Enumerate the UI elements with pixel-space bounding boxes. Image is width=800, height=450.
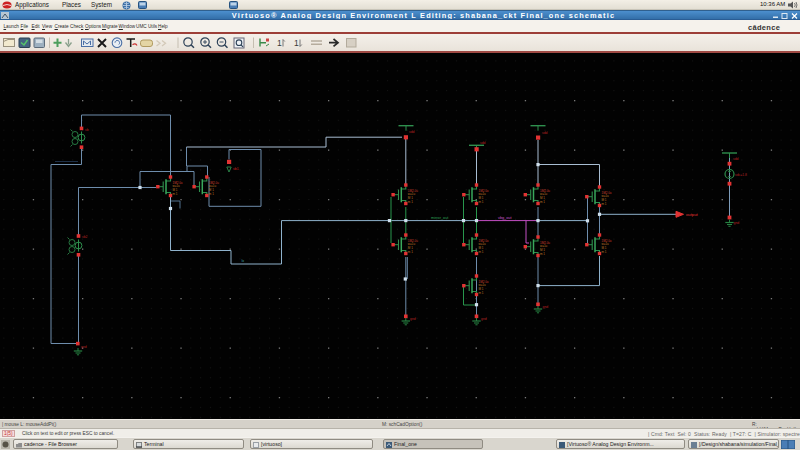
svg-text:m 1: m 1 <box>540 252 545 256</box>
svg-text:lx: lx <box>242 259 245 263</box>
svg-text:gnd: gnd <box>543 305 549 309</box>
svg-text:vdd: vdd <box>480 141 486 145</box>
svg-text:vbg_out: vbg_out <box>498 216 512 220</box>
svg-text:vb2: vb2 <box>82 235 88 239</box>
svg-text:m 1: m 1 <box>479 250 484 254</box>
svg-text:m 1: m 1 <box>173 192 178 196</box>
svg-text:1: 1 <box>277 38 282 48</box>
svg-text:vb1: vb1 <box>233 167 239 171</box>
svg-text:m 1: m 1 <box>408 250 413 254</box>
svg-text:vb: vb <box>85 128 89 132</box>
svg-text:m 1: m 1 <box>602 202 607 206</box>
svg-text:vdc=1.8: vdc=1.8 <box>735 173 747 177</box>
svg-text:m 1: m 1 <box>209 192 214 196</box>
svg-text:gnd: gnd <box>734 221 740 225</box>
svg-text:vdd: vdd <box>733 157 739 161</box>
svg-text:m 1: m 1 <box>479 200 484 204</box>
svg-text:1: 1 <box>294 38 299 48</box>
svg-text:m 1: m 1 <box>602 250 607 254</box>
svg-text:gnd: gnd <box>481 317 487 321</box>
svg-text:m 1: m 1 <box>540 200 545 204</box>
svg-text:output: output <box>686 212 698 217</box>
svg-text:m 1: m 1 <box>479 291 484 295</box>
svg-text:m 1: m 1 <box>408 200 413 204</box>
svg-text:gnd: gnd <box>410 317 416 321</box>
svg-text:vdd: vdd <box>542 131 548 135</box>
svg-text:mirror_out: mirror_out <box>431 216 449 220</box>
svg-text:vdd: vdd <box>409 130 415 134</box>
svg-text:gnd: gnd <box>81 345 87 349</box>
